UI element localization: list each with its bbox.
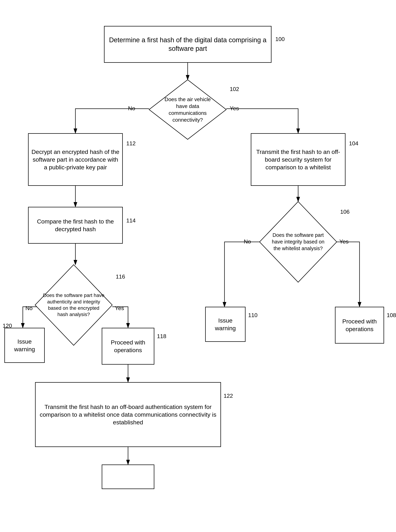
figure-caption: Figure 2 xyxy=(0,508,396,532)
ref-100: 100 xyxy=(275,36,285,42)
ref-122: 122 xyxy=(224,393,233,399)
ref-106: 106 xyxy=(340,209,349,215)
node-112: Decrypt an encrypted hash of the softwar… xyxy=(28,133,123,186)
ref-110: 110 xyxy=(248,312,257,319)
ref-114: 114 xyxy=(126,217,136,224)
node-122: Transmit the first hash to an off-board … xyxy=(35,382,221,447)
node-106-label: Does the software part have integrity ba… xyxy=(269,214,327,270)
label-yes-116: Yes xyxy=(115,305,124,311)
ref-108: 108 xyxy=(387,312,396,319)
node-100: Determine a first hash of the digital da… xyxy=(104,26,272,63)
node-120: Issue warning xyxy=(4,328,45,363)
ref-102: 102 xyxy=(230,86,239,92)
flowchart-diagram: Determine a first hash of the digital da… xyxy=(0,0,396,508)
node-118: Proceed with operations xyxy=(102,328,154,365)
node-110: Issue warning xyxy=(205,307,245,342)
node-116-wrapper: Does the software part have authenticity… xyxy=(35,265,112,345)
ref-118: 118 xyxy=(157,333,166,339)
node-102-label: Does the air vehicle have data communica… xyxy=(160,89,216,131)
node-108: Proceed with operations xyxy=(335,307,384,343)
label-no-106: No xyxy=(244,238,251,245)
node-104: Transmit the first hash to an off-board … xyxy=(251,133,345,186)
ref-116: 116 xyxy=(116,274,125,280)
label-yes-102: Yes xyxy=(230,105,239,112)
node-116-label: Does the software part have authenticity… xyxy=(42,275,105,335)
label-yes-106: Yes xyxy=(339,238,349,245)
label-no-116: No xyxy=(25,305,33,311)
label-no-102: No xyxy=(128,105,135,112)
node-102-wrapper: Does the air vehicle have data communica… xyxy=(149,80,226,139)
node-106-wrapper: Does the software part have integrity ba… xyxy=(260,202,337,282)
ref-104: 104 xyxy=(349,140,358,147)
terminal-box xyxy=(102,464,154,489)
ref-112: 112 xyxy=(126,140,136,147)
node-114: Compare the first hash to the decrypted … xyxy=(28,207,123,244)
ref-120: 120 xyxy=(3,323,12,329)
